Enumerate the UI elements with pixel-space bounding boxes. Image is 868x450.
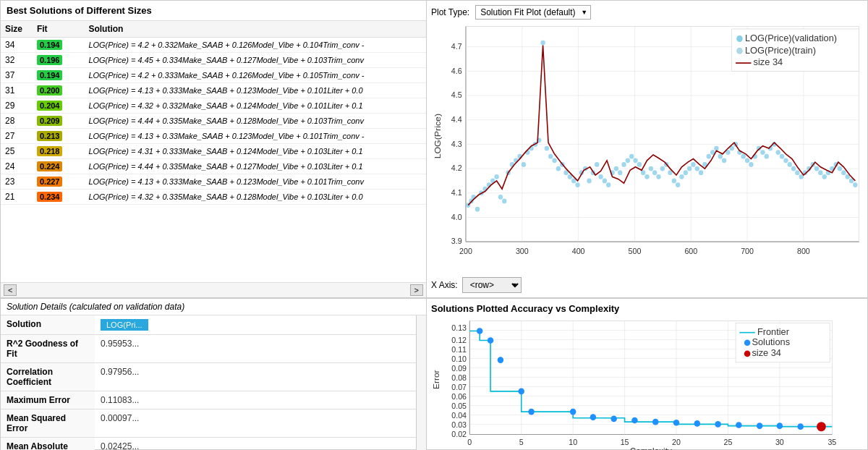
svg-point-43 xyxy=(498,195,503,200)
svg-text:4.6: 4.6 xyxy=(451,66,462,75)
left-panel-title: Best Solutions of Different Sizes xyxy=(1,1,426,21)
svg-text:600: 600 xyxy=(684,247,697,255)
svg-point-106 xyxy=(741,154,746,159)
nav-left-arrow[interactable]: < xyxy=(4,284,17,296)
svg-text:0.04: 0.04 xyxy=(451,411,467,420)
bottom-scroll[interactable] xyxy=(416,315,426,450)
left-top-panel: Best Solutions of Different Sizes Size F… xyxy=(0,0,427,298)
solution-details-title: Solution Details (calculated on validati… xyxy=(1,299,426,315)
table-row[interactable]: 21 0.234 LOG(Price) = 4.32 + 0.335Make_S… xyxy=(1,190,426,205)
table-row[interactable]: 23 0.227 LOG(Price) = 4.13 + 0.333Make_S… xyxy=(1,174,426,190)
svg-point-79 xyxy=(637,162,642,167)
x-axis-select-wrapper[interactable]: <row> xyxy=(462,277,522,293)
table-row[interactable]: 29 0.204 LOG(Price) = 4.32 + 0.332Make_S… xyxy=(1,98,426,114)
fit-cell: 0.213 xyxy=(33,129,84,144)
svg-point-139 xyxy=(736,48,743,54)
details-row: Correlation Coefficient 0.97956... xyxy=(1,363,416,391)
svg-point-111 xyxy=(760,150,765,155)
svg-text:LOG(Price)(train): LOG(Price)(train) xyxy=(745,44,816,55)
svg-text:Solutions: Solutions xyxy=(752,336,790,347)
svg-point-92 xyxy=(687,166,692,171)
table-nav: < > xyxy=(1,282,426,297)
fit-cell: 0.200 xyxy=(33,83,84,98)
svg-point-208 xyxy=(744,351,751,357)
svg-point-100 xyxy=(718,154,723,159)
svg-text:400: 400 xyxy=(572,247,585,255)
size-cell: 29 xyxy=(1,98,33,114)
svg-text:25: 25 xyxy=(724,437,733,446)
svg-point-78 xyxy=(633,158,637,163)
solution-cell: LOG(Price) = 4.2 + 0.332Make_SAAB + 0.12… xyxy=(84,38,426,53)
fit-cell: 0.234 xyxy=(33,190,84,205)
solution-cell: LOG(Price) = 4.13 + 0.333Make_SAAB + 0.1… xyxy=(84,174,426,190)
table-row[interactable]: 32 0.196 LOG(Price) = 4.45 + 0.334Make_S… xyxy=(1,53,426,68)
svg-text:size 34: size 34 xyxy=(754,56,783,67)
svg-point-115 xyxy=(776,150,780,155)
svg-point-77 xyxy=(629,154,634,159)
table-row[interactable]: 27 0.213 LOG(Price) = 4.13 + 0.33Make_SA… xyxy=(1,129,426,144)
plot-type-label: Plot Type: xyxy=(431,7,469,17)
size-cell: 37 xyxy=(1,68,33,83)
detail-value: 0.00097... xyxy=(95,409,416,438)
svg-point-74 xyxy=(618,170,622,175)
table-row[interactable]: 31 0.200 LOG(Price) = 4.13 + 0.333Make_S… xyxy=(1,83,426,98)
solution-value-btn[interactable]: LOG(Pri... xyxy=(101,319,148,331)
solution-cell: LOG(Price) = 4.32 + 0.335Make_SAAB + 0.1… xyxy=(84,190,426,205)
svg-text:4.0: 4.0 xyxy=(451,213,462,221)
svg-point-137 xyxy=(736,35,743,42)
col-fit: Fit xyxy=(33,21,84,38)
svg-text:15: 15 xyxy=(621,437,629,446)
size-cell: 27 xyxy=(1,129,33,144)
fit-cell: 0.224 xyxy=(33,159,84,174)
svg-text:500: 500 xyxy=(629,247,642,255)
table-row[interactable]: 34 0.194 LOG(Price) = 4.2 + 0.332Make_SA… xyxy=(1,38,426,53)
svg-point-188 xyxy=(498,357,504,363)
svg-point-112 xyxy=(765,154,769,159)
svg-point-94 xyxy=(695,166,699,171)
svg-point-90 xyxy=(679,174,684,179)
table-row[interactable]: 25 0.218 LOG(Price) = 4.31 + 0.333Make_S… xyxy=(1,144,426,159)
solutions-table-container[interactable]: Size Fit Solution 34 0.194 LOG(Price) = … xyxy=(1,21,426,282)
table-row[interactable]: 24 0.224 LOG(Price) = 4.44 + 0.335Make_S… xyxy=(1,159,426,174)
svg-point-49 xyxy=(522,162,526,167)
svg-text:0.11: 0.11 xyxy=(451,345,467,354)
fit-cell: 0.218 xyxy=(33,144,84,159)
svg-text:0.03: 0.03 xyxy=(451,420,467,429)
svg-point-131 xyxy=(838,166,842,171)
bottom-right-chart-area: 0.02 0.03 0.04 0.05 0.06 0.07 0.08 0.09 … xyxy=(431,317,863,450)
svg-text:3.9: 3.9 xyxy=(451,237,462,245)
nav-right-arrow[interactable]: > xyxy=(410,284,423,296)
fit-cell: 0.204 xyxy=(33,98,84,114)
svg-point-199 xyxy=(736,422,742,428)
x-axis-select[interactable]: <row> xyxy=(462,277,522,293)
solution-cell: LOG(Price) = 4.44 + 0.335Make_SAAB + 0.1… xyxy=(84,159,426,174)
solution-cell: LOG(Price) = 4.13 + 0.333Make_SAAB + 0.1… xyxy=(84,83,426,98)
table-row[interactable]: 28 0.209 LOG(Price) = 4.44 + 0.335Make_S… xyxy=(1,114,426,129)
details-row: Maximum Error 0.11083... xyxy=(1,391,416,409)
fit-cell: 0.194 xyxy=(33,38,84,53)
svg-text:35: 35 xyxy=(827,437,836,446)
details-row: Solution LOG(Pri... xyxy=(1,315,416,335)
plot-type-select[interactable]: Solution Fit Plot (default) xyxy=(475,5,591,20)
detail-value[interactable]: LOG(Pri... xyxy=(95,315,416,335)
svg-point-107 xyxy=(745,158,749,163)
svg-point-69 xyxy=(598,174,603,179)
svg-text:size 34: size 34 xyxy=(752,347,780,358)
svg-point-197 xyxy=(694,420,701,427)
top-right-chart-svg: 3.9 4.0 4.1 4.2 4.3 4.4 4.5 4.6 4.7 200 … xyxy=(431,22,863,274)
svg-point-70 xyxy=(603,179,607,184)
plot-type-select-wrapper[interactable]: Solution Fit Plot (default) xyxy=(475,5,591,20)
size-cell: 28 xyxy=(1,114,33,129)
svg-point-55 xyxy=(545,146,549,151)
solution-cell: LOG(Price) = 4.44 + 0.335Make_SAAB + 0.1… xyxy=(84,114,426,129)
details-table-wrap[interactable]: Solution LOG(Pri... R^2 Goodness of Fit … xyxy=(1,315,416,450)
solution-cell: LOG(Price) = 4.2 + 0.333Make_SAAB + 0.12… xyxy=(84,68,426,83)
table-row[interactable]: 37 0.194 LOG(Price) = 4.2 + 0.333Make_SA… xyxy=(1,68,426,83)
detail-value: 0.97956... xyxy=(95,363,416,391)
solution-cell: LOG(Price) = 4.45 + 0.334Make_SAAB + 0.1… xyxy=(84,53,426,68)
svg-text:5: 5 xyxy=(519,437,524,446)
svg-point-200 xyxy=(757,423,763,429)
svg-point-37 xyxy=(475,207,480,212)
svg-point-186 xyxy=(477,328,483,334)
svg-point-54 xyxy=(540,41,545,46)
